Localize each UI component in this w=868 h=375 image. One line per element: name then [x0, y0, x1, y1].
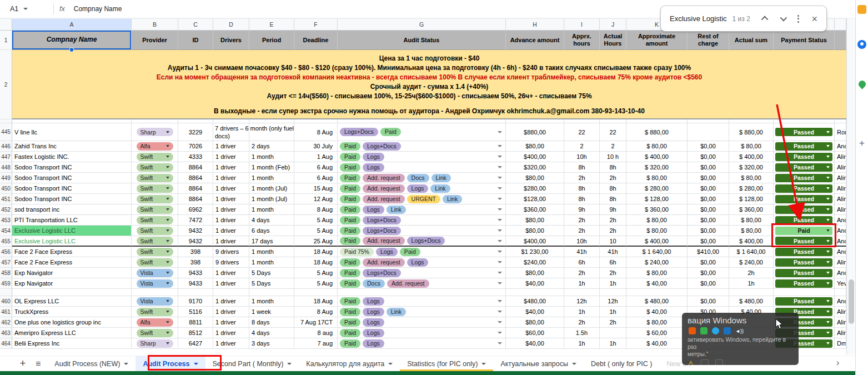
cell-actual_h[interactable]: 8h [600, 194, 626, 204]
status-chip-logs[interactable]: Logs [363, 308, 384, 316]
provider-chip-swift[interactable]: Swift [137, 195, 173, 203]
status-chip-logs[interactable]: Logs [363, 163, 384, 172]
cell-rest[interactable]: $0,00 [688, 296, 729, 307]
cell-payment-status[interactable]: Passed [774, 247, 835, 257]
cell-id[interactable]: 3229 [178, 123, 213, 141]
cell-provider[interactable]: Swift [132, 215, 178, 226]
cell-pic[interactable]: Alin [835, 152, 846, 162]
status-chip-paid[interactable]: Paid [340, 174, 360, 182]
cell-rest[interactable]: $0,00 [688, 162, 729, 173]
provider-chip-vista[interactable]: Vista [137, 279, 173, 288]
cell-advance[interactable]: $320,00 [506, 162, 564, 173]
cell-actual_h[interactable]: 2h [600, 317, 626, 328]
cell-approx[interactable]: $ 80,00 [626, 268, 688, 278]
cell-period[interactable]: 4 days [249, 328, 294, 338]
cell-provider[interactable]: Swift [132, 247, 178, 257]
cell-apprx[interactable]: 8h [564, 162, 600, 173]
provider-chip-swift[interactable]: Swift [137, 174, 173, 182]
status-chip-logs+docs[interactable]: Logs+Docs [407, 237, 445, 245]
cell-provider[interactable]: Swift [132, 183, 178, 194]
payment-chip-passed[interactable]: Passed [775, 195, 832, 203]
volume-icon[interactable]: ◄)) [735, 328, 744, 334]
cell-provider[interactable]: Sharp [132, 338, 178, 349]
cell-pic[interactable]: And [835, 141, 846, 152]
cell-id[interactable]: 9432 [178, 226, 213, 236]
cell-period[interactable]: 8 days [249, 317, 294, 328]
status-chip-add-request[interactable]: Add. request [363, 184, 405, 193]
row-number-2[interactable]: 2 [0, 50, 12, 119]
cell-actual_sum[interactable]: $ 320,00 [729, 162, 774, 173]
close-icon[interactable]: × [811, 14, 817, 24]
provider-chip-swift[interactable]: Swift [137, 258, 173, 267]
add-sheet-button[interactable]: + [17, 358, 29, 369]
column-letter-B[interactable]: B [132, 19, 178, 30]
cell-pic[interactable]: Alin [835, 194, 846, 204]
tab-second-part-monthly[interactable]: Second Part ( Monthly) [205, 356, 299, 371]
keep-icon[interactable] [857, 5, 866, 14]
find-query-input[interactable]: Exclusive Logistic [670, 14, 727, 23]
cell-drivers[interactable]: 9 drivers [213, 247, 249, 257]
cell-id[interactable]: 8864 [178, 162, 213, 173]
status-chip-link[interactable]: Link [430, 184, 450, 193]
status-chip-logs+docs[interactable]: Logs+Docs [363, 227, 401, 235]
cell-pic[interactable]: Dmi [835, 338, 846, 349]
status-chip-add-request[interactable]: Add. request [363, 195, 405, 203]
cell-drivers[interactable]: 1 driver [213, 236, 249, 247]
tab-калькулятор-для-аудита[interactable]: Калькулятор для аудита [299, 356, 400, 371]
cell-apprx[interactable]: 41h [564, 247, 600, 257]
status-chip-paid[interactable]: Paid [340, 258, 360, 267]
cell-pic[interactable]: Alin [835, 328, 846, 338]
row-number-1[interactable]: 1 [0, 31, 12, 50]
cell-provider[interactable]: Sharp [132, 123, 178, 141]
cell-pic[interactable]: Alin [835, 183, 846, 194]
cell-payment-status[interactable]: Passed [774, 183, 835, 194]
cell-payment-status[interactable]: Passed [774, 194, 835, 204]
cell-payment-status[interactable]: Passed [774, 215, 835, 226]
cell-deadline[interactable]: 8 Aug [294, 307, 338, 317]
cell-apprx[interactable]: 10h [564, 236, 600, 247]
cell-provider[interactable]: Alfa [132, 141, 178, 152]
cell-actual_h[interactable]: 12h [600, 296, 626, 307]
cell-deadline[interactable]: 5 Aug [294, 226, 338, 236]
cell-drivers[interactable]: 1 driver [213, 317, 249, 328]
cell-company[interactable]: Sodoo Transport INC [12, 194, 132, 204]
cell-approx[interactable]: $ 480,00 [626, 296, 688, 307]
cell-period[interactable]: 3 days [249, 338, 294, 349]
status-chip-paid[interactable]: Paid [340, 329, 360, 337]
status-chip-logs[interactable]: Logs [363, 153, 384, 161]
cell-actual_sum[interactable]: $ 280,00 [729, 183, 774, 194]
cell-actual_h[interactable]: 2h [600, 173, 626, 183]
cell-drivers[interactable]: 1 driver [213, 204, 249, 215]
cell-advance[interactable]: $40,00 [506, 338, 564, 349]
cell-provider[interactable]: Swift [132, 236, 178, 247]
row-number-454[interactable]: 454 [0, 226, 12, 236]
cell-provider[interactable]: Alfa [132, 317, 178, 328]
status-chip-logs+docs[interactable]: Logs+Docs [363, 216, 401, 224]
cell-drivers[interactable]: 1 driver [213, 307, 249, 317]
cell-audit-status[interactable]: PaidAdd. requestURGENTLink [338, 194, 506, 204]
cell-audit-status[interactable]: PaidAdd. requestLogsLink [338, 183, 506, 194]
cell-provider[interactable]: Swift [132, 152, 178, 162]
cell-approx[interactable]: $ 40,00 [626, 278, 688, 289]
cell-approx[interactable]: $ 128,00 [626, 194, 688, 204]
payment-chip-passed[interactable]: Passed [775, 184, 832, 193]
provider-chip-sharp[interactable]: Sharp [137, 339, 173, 348]
cell-audit-status[interactable]: PaidLogs+Docs [338, 226, 506, 236]
cell-actual_h[interactable]: 8h [600, 162, 626, 173]
cell-rest[interactable]: $0,00 [688, 194, 729, 204]
cell-apprx[interactable]: 8h [564, 194, 600, 204]
cell-id[interactable]: 398 [178, 247, 213, 257]
cell-period[interactable]: 2 days [249, 141, 294, 152]
header-cell-period[interactable]: Period [249, 31, 294, 50]
cell-provider[interactable]: Swift [132, 162, 178, 173]
cell-advance[interactable]: $60,00 [506, 328, 564, 338]
cell-drivers[interactable]: 1 driver [213, 296, 249, 307]
status-chip-logs[interactable]: Logs [363, 339, 384, 348]
cell-apprx[interactable]: 1.5h [564, 328, 600, 338]
cell-audit-status[interactable]: PaidLogs+Docs [338, 215, 506, 226]
cell-approx[interactable]: $ 400,00 [626, 152, 688, 162]
cell-actual_sum[interactable]: $ 1 640,00 [729, 247, 774, 257]
cell-advance[interactable]: $400,00 [506, 152, 564, 162]
status-chip-paid[interactable]: Paid [340, 206, 360, 214]
cell-advance[interactable]: $360,00 [506, 204, 564, 215]
